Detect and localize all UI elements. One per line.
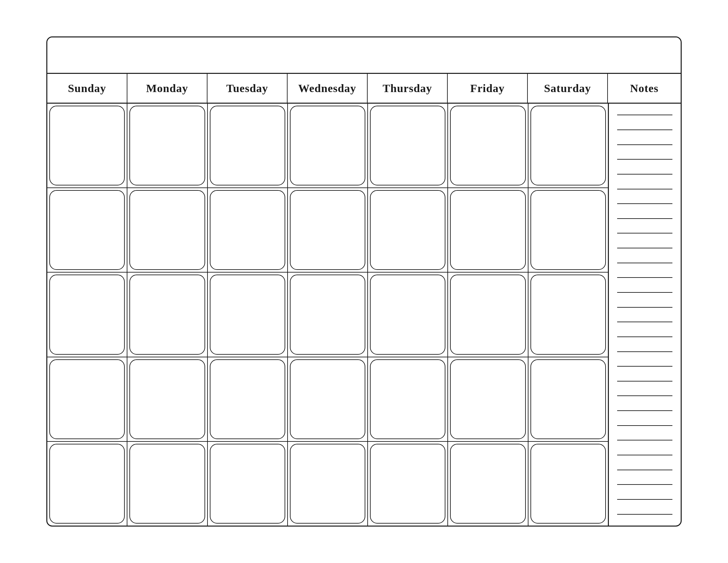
day-cell[interactable]: [368, 272, 448, 356]
day-cell[interactable]: [288, 188, 368, 272]
day-cell[interactable]: [47, 272, 127, 356]
note-line: [617, 396, 672, 396]
day-cell-inner: [210, 190, 285, 270]
day-cell[interactable]: [448, 188, 528, 272]
day-cell[interactable]: [208, 357, 288, 441]
day-cell[interactable]: [47, 357, 127, 441]
note-line: [617, 218, 672, 219]
day-cell-inner: [370, 190, 445, 270]
week-row-4: [47, 357, 608, 442]
day-cell-inner: [49, 359, 125, 439]
note-line: [617, 484, 672, 485]
day-cell-inner: [450, 106, 525, 185]
header-notes: Notes: [608, 74, 681, 103]
day-cell[interactable]: [47, 188, 127, 272]
note-line: [617, 337, 672, 337]
day-cell[interactable]: [127, 104, 207, 187]
calendar-container: Sunday Monday Tuesday Wednesday Thursday…: [46, 36, 682, 527]
week-row-5: [47, 442, 608, 526]
day-cell-inner: [210, 359, 285, 439]
day-cell[interactable]: [47, 104, 127, 187]
day-cell[interactable]: [528, 188, 608, 272]
header-saturday: Saturday: [528, 74, 608, 103]
day-cell-inner: [129, 359, 205, 439]
note-line: [617, 307, 672, 308]
day-cell[interactable]: [127, 272, 207, 356]
header-thursday: Thursday: [368, 74, 448, 103]
day-cell[interactable]: [368, 357, 448, 441]
note-line: [617, 262, 672, 263]
header-sunday: Sunday: [47, 74, 127, 103]
note-line: [617, 203, 672, 204]
day-cell-inner: [370, 359, 445, 439]
note-line: [617, 233, 672, 233]
note-line: [617, 277, 672, 278]
day-cell[interactable]: [288, 442, 368, 526]
title-bar[interactable]: [47, 37, 681, 74]
day-cell[interactable]: [127, 442, 207, 526]
note-line: [617, 248, 672, 248]
day-cell[interactable]: [208, 272, 288, 356]
day-cell-inner: [210, 106, 285, 185]
day-cell-inner: [530, 444, 606, 524]
header-row: Sunday Monday Tuesday Wednesday Thursday…: [47, 74, 681, 104]
day-cell[interactable]: [528, 357, 608, 441]
day-cell[interactable]: [368, 188, 448, 272]
day-cell[interactable]: [448, 272, 528, 356]
note-line: [617, 189, 672, 189]
note-line: [617, 455, 672, 455]
note-line: [617, 292, 672, 293]
day-cell-inner: [530, 274, 606, 354]
note-line: [617, 144, 672, 145]
day-cell-inner: [290, 106, 365, 185]
day-cell[interactable]: [368, 442, 448, 526]
note-line: [617, 129, 672, 130]
day-cell[interactable]: [368, 104, 448, 187]
day-cell-inner: [290, 444, 365, 524]
day-cell-inner: [370, 444, 445, 524]
day-cell[interactable]: [208, 442, 288, 526]
day-cell-inner: [49, 190, 125, 270]
day-cell[interactable]: [528, 272, 608, 356]
day-cell-inner: [290, 190, 365, 270]
day-cell[interactable]: [288, 272, 368, 356]
header-monday: Monday: [127, 74, 207, 103]
day-cell-inner: [129, 106, 205, 185]
day-cell[interactable]: [448, 442, 528, 526]
day-cell[interactable]: [127, 357, 207, 441]
day-cell-inner: [290, 274, 365, 354]
note-line: [617, 410, 672, 411]
day-cell-inner: [49, 106, 125, 185]
day-cell-inner: [370, 106, 445, 185]
note-line: [617, 499, 672, 500]
day-cell-inner: [530, 106, 606, 185]
day-cell[interactable]: [47, 442, 127, 526]
week-row-3: [47, 272, 608, 357]
notes-section[interactable]: [608, 104, 681, 526]
day-cell[interactable]: [288, 104, 368, 187]
note-line: [617, 470, 672, 470]
day-cell-inner: [370, 274, 445, 354]
day-cell-inner: [450, 359, 525, 439]
day-cell[interactable]: [448, 104, 528, 187]
note-line: [617, 174, 672, 174]
day-cell[interactable]: [208, 188, 288, 272]
note-line: [617, 440, 672, 441]
header-tuesday: Tuesday: [207, 74, 288, 103]
note-line: [617, 159, 672, 160]
day-cell-inner: [450, 190, 525, 270]
week-row-1: [47, 104, 608, 188]
day-cell[interactable]: [288, 357, 368, 441]
day-cell-inner: [450, 444, 525, 524]
day-cell-inner: [129, 444, 205, 524]
week-row-2: [47, 188, 608, 272]
day-cell[interactable]: [127, 188, 207, 272]
day-cell[interactable]: [528, 104, 608, 187]
header-friday: Friday: [448, 74, 528, 103]
day-cell-inner: [129, 190, 205, 270]
day-cell[interactable]: [448, 357, 528, 441]
day-cell[interactable]: [528, 442, 608, 526]
note-line: [617, 115, 672, 115]
note-line: [617, 352, 672, 352]
day-cell[interactable]: [208, 104, 288, 187]
